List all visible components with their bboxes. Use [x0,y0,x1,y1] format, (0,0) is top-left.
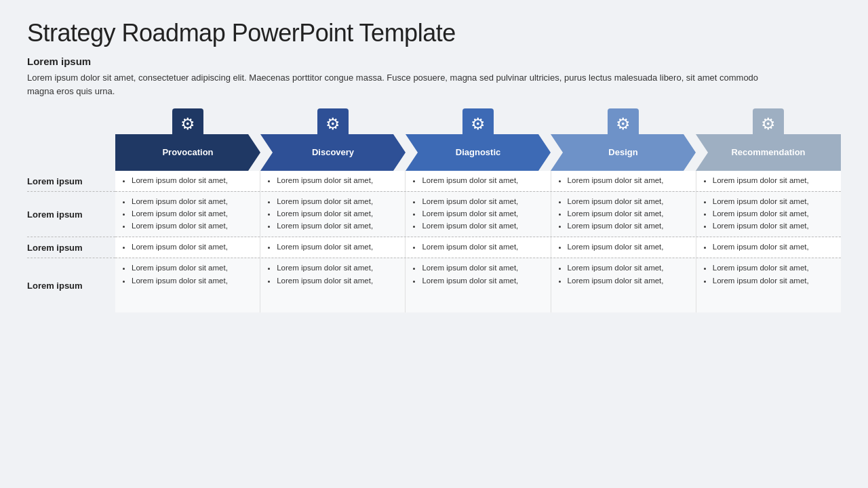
data-cell-3-4: Lorem ipsum dolor sit amet,Lorem ipsum d… [696,258,841,312]
list-item: Lorem ipsum dolor sit amet, [277,275,398,286]
description: Lorem ipsum dolor sit amet, consectetuer… [27,71,773,98]
data-cell-2-2: Lorem ipsum dolor sit amet, [406,237,551,258]
col-header-discovery: ⚙Discovery [260,110,406,171]
list-item: Lorem ipsum dolor sit amet, [713,275,834,286]
data-cell-0-0: Lorem ipsum dolor sit amet, [115,171,260,191]
list-item: Lorem ipsum dolor sit amet, [568,208,689,219]
list-item: Lorem ipsum dolor sit amet, [132,275,253,286]
data-cell-2-4: Lorem ipsum dolor sit amet, [696,237,841,258]
data-cell-3-0: Lorem ipsum dolor sit amet,Lorem ipsum d… [115,258,260,312]
gear-box-recommendation: ⚙ [753,108,784,140]
list-item: Lorem ipsum dolor sit amet, [568,175,689,186]
list-item: Lorem ipsum dolor sit amet, [568,241,689,252]
list-item: Lorem ipsum dolor sit amet, [422,175,543,186]
list-item: Lorem ipsum dolor sit amet, [132,175,253,186]
gear-icon-design: ⚙ [616,115,631,134]
headers-row: ⚙Provocation⚙Discovery⚙Diagnostic⚙Design… [115,110,841,171]
list-item: Lorem ipsum dolor sit amet, [277,262,398,273]
gear-icon-discovery: ⚙ [326,115,340,134]
data-row-3: Lorem ipsum dolor sit amet,Lorem ipsum d… [115,258,841,312]
list-item: Lorem ipsum dolor sit amet, [422,275,543,286]
list-item: Lorem ipsum dolor sit amet, [277,175,398,186]
list-item: Lorem ipsum dolor sit amet, [713,175,834,186]
row-label-3: Lorem ipsum [27,258,115,312]
row-label-1: Lorem ipsum [27,192,115,237]
list-item: Lorem ipsum dolor sit amet, [422,208,543,219]
list-item: Lorem ipsum dolor sit amet, [422,241,543,252]
gear-icon-diagnostic: ⚙ [471,115,486,134]
arrow-header-provocation: Provocation [115,134,260,171]
data-row-2: Lorem ipsum dolor sit amet,Lorem ipsum d… [115,237,841,258]
gear-box-discovery: ⚙ [317,108,349,140]
data-cell-2-3: Lorem ipsum dolor sit amet, [551,237,696,258]
list-item: Lorem ipsum dolor sit amet, [713,241,834,252]
list-item: Lorem ipsum dolor sit amet, [422,220,543,231]
arrow-header-discovery: Discovery [260,134,406,171]
data-cell-1-4: Lorem ipsum dolor sit amet,Lorem ipsum d… [696,192,841,237]
col-header-design: ⚙Design [551,110,696,171]
data-cell-2-0: Lorem ipsum dolor sit amet, [115,237,260,258]
roadmap-container: Lorem ipsumLorem ipsumLorem ipsumLorem i… [27,110,841,312]
list-item: Lorem ipsum dolor sit amet, [132,208,253,219]
data-row-0: Lorem ipsum dolor sit amet,Lorem ipsum d… [115,171,841,192]
list-item: Lorem ipsum dolor sit amet, [277,241,398,252]
list-item: Lorem ipsum dolor sit amet, [713,220,834,231]
data-cell-1-0: Lorem ipsum dolor sit amet,Lorem ipsum d… [115,192,260,237]
gear-box-provocation: ⚙ [172,108,203,140]
data-cell-2-1: Lorem ipsum dolor sit amet, [260,237,406,258]
list-item: Lorem ipsum dolor sit amet, [568,220,689,231]
data-cell-1-2: Lorem ipsum dolor sit amet,Lorem ipsum d… [406,192,551,237]
subtitle: Lorem ipsum [27,56,841,67]
data-cell-1-3: Lorem ipsum dolor sit amet,Lorem ipsum d… [551,192,696,237]
arrow-header-recommendation: Recommen­dation [696,134,841,171]
data-cell-0-1: Lorem ipsum dolor sit amet, [260,171,406,191]
list-item: Lorem ipsum dolor sit amet, [568,196,689,207]
list-item: Lorem ipsum dolor sit amet, [568,275,689,286]
list-item: Lorem ipsum dolor sit amet, [132,220,253,231]
col-label-provocation: Provocation [162,147,213,159]
data-cell-1-1: Lorem ipsum dolor sit amet,Lorem ipsum d… [260,192,406,237]
list-item: Lorem ipsum dolor sit amet, [713,196,834,207]
gear-box-design: ⚙ [608,108,639,140]
gear-box-diagnostic: ⚙ [462,108,494,140]
arrow-header-diagnostic: Diagnostic [406,134,551,171]
columns-area: ⚙Provocation⚙Discovery⚙Diagnostic⚙Design… [115,110,841,312]
list-item: Lorem ipsum dolor sit amet, [277,196,398,207]
col-header-diagnostic: ⚙Diagnostic [406,110,551,171]
col-label-discovery: Discovery [312,147,354,159]
list-item: Lorem ipsum dolor sit amet, [568,262,689,273]
arrow-header-design: Design [551,134,696,171]
page-title: Strategy Roadmap PowerPoint Template [27,19,841,47]
list-item: Lorem ipsum dolor sit amet, [132,262,253,273]
data-cell-0-3: Lorem ipsum dolor sit amet, [551,171,696,191]
list-item: Lorem ipsum dolor sit amet, [713,262,834,273]
data-rows: Lorem ipsum dolor sit amet,Lorem ipsum d… [115,171,841,312]
list-item: Lorem ipsum dolor sit amet, [422,262,543,273]
data-cell-0-4: Lorem ipsum dolor sit amet, [696,171,841,191]
data-cell-3-2: Lorem ipsum dolor sit amet,Lorem ipsum d… [406,258,551,312]
data-cell-0-2: Lorem ipsum dolor sit amet, [406,171,551,191]
gear-icon-recommendation: ⚙ [761,115,776,134]
page: Strategy Roadmap PowerPoint Template Lor… [0,0,868,488]
col-label-design: Design [608,147,637,159]
list-item: Lorem ipsum dolor sit amet, [713,208,834,219]
row-label-0: Lorem ipsum [27,171,115,192]
col-label-recommendation: Recommen­dation [731,147,805,159]
data-cell-3-3: Lorem ipsum dolor sit amet,Lorem ipsum d… [551,258,696,312]
list-item: Lorem ipsum dolor sit amet, [422,196,543,207]
list-item: Lorem ipsum dolor sit amet, [277,208,398,219]
data-row-1: Lorem ipsum dolor sit amet,Lorem ipsum d… [115,192,841,237]
row-labels: Lorem ipsumLorem ipsumLorem ipsumLorem i… [27,171,115,312]
col-header-provocation: ⚙Provocation [115,110,260,171]
col-label-diagnostic: Diagnostic [456,147,500,159]
gear-icon-provocation: ⚙ [180,115,195,134]
list-item: Lorem ipsum dolor sit amet, [132,241,253,252]
data-cell-3-1: Lorem ipsum dolor sit amet,Lorem ipsum d… [260,258,406,312]
list-item: Lorem ipsum dolor sit amet, [277,220,398,231]
row-label-2: Lorem ipsum [27,237,115,258]
col-header-recommendation: ⚙Recommen­dation [696,110,841,171]
list-item: Lorem ipsum dolor sit amet, [132,196,253,207]
